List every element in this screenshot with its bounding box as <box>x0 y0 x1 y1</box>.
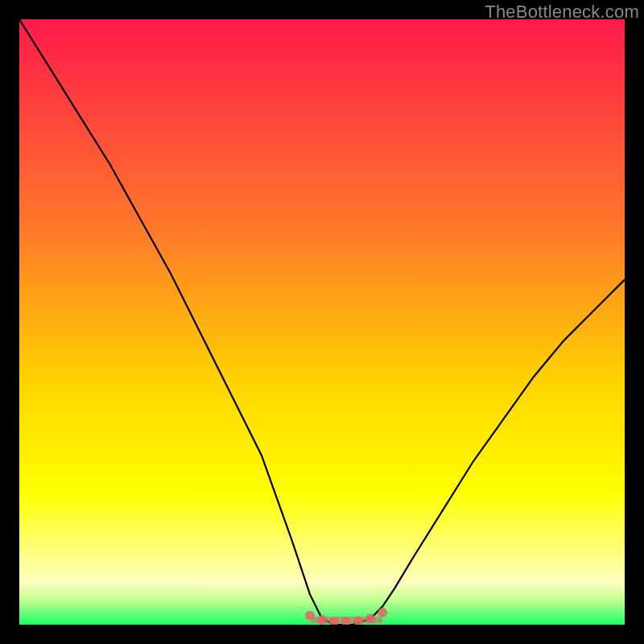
gradient-background <box>19 19 625 625</box>
bottleneck-chart <box>19 19 625 625</box>
sweet-spot-marker <box>378 608 387 617</box>
chart-frame <box>19 19 625 625</box>
sweet-spot-marker <box>365 614 375 624</box>
sweet-spot-marker <box>305 611 315 621</box>
sweet-spot-marker <box>317 615 327 625</box>
